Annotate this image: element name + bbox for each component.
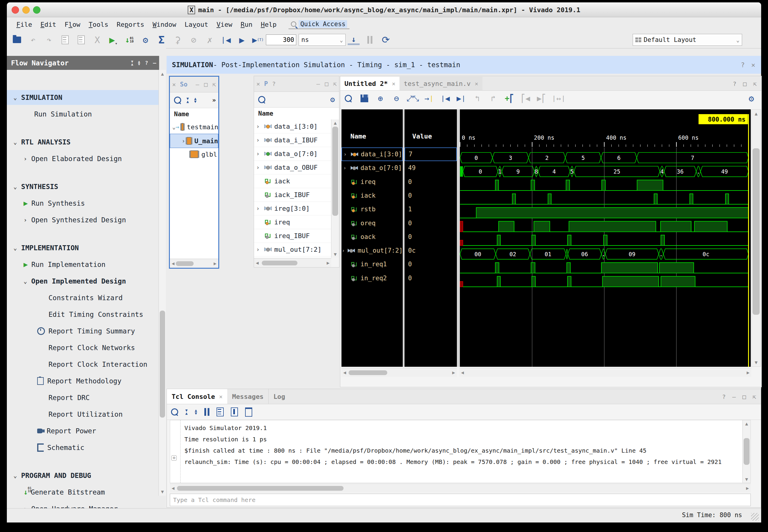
tcl-hscrollbar[interactable]: ◀▶ [170,484,751,492]
cut-button[interactable]: X [91,34,103,46]
swap-right-button[interactable]: ↱ [487,92,499,104]
wave-signal-value[interactable]: 0 [405,257,457,271]
next-marker-button[interactable]: ▶⎡ [536,92,547,104]
objects-tab-label[interactable]: P [264,80,268,87]
flow-item-run-synthesis[interactable]: ▶Run Synthesis [7,196,176,211]
zoom-out-button[interactable]: ⊖ [391,92,402,104]
next-transition-button[interactable]: ▶❘ [455,92,467,104]
save-button[interactable] [358,92,370,104]
sigma-report-button[interactable]: Σ [155,34,167,46]
help-icon[interactable]: ? [272,80,276,87]
close-icon[interactable]: ✕ [172,81,176,88]
search-icon[interactable] [174,97,181,104]
flow-item-open-synthesized-design[interactable]: ›Open Synthesized Design [7,213,176,227]
menu-edit[interactable]: Edit [36,21,60,28]
wave-signal-name[interactable]: ireq [342,175,403,189]
object-item[interactable]: oack [254,256,331,258]
menu-tools[interactable]: Tools [84,21,112,28]
wave-signal-name[interactable]: ›data_i[3:0] [342,147,403,161]
help-icon[interactable]: ? [722,393,726,400]
run-time-input[interactable] [266,34,296,45]
step-button[interactable]: ↓0110 [123,34,135,46]
object-item[interactable]: ›data_i_IBUF [254,133,331,147]
float-icon[interactable]: ⇱ [753,393,756,400]
search-button[interactable] [342,92,354,104]
flow-item-constraints-wizard[interactable]: Constraints Wizard [7,290,201,305]
maximize-icon[interactable]: □ [743,80,747,87]
impl-disabled-button[interactable]: ✗ [204,34,216,46]
scope-item-testmain[interactable]: ⌄⇒testmain [170,120,218,134]
flow-item-report-clock-interaction[interactable]: Report Clock Interaction [7,357,201,372]
object-item[interactable]: iack [254,174,331,188]
zoom-fit-button[interactable]: ⤢⤡ [407,92,419,104]
quick-access-search[interactable]: Quick Access [289,20,350,29]
object-item[interactable]: iack_IBUF [254,188,331,202]
object-item[interactable]: ›data_o_OBUF [254,160,331,174]
step-time-button[interactable]: ↓ [348,35,360,45]
float-icon[interactable]: ⇱ [753,80,757,87]
minimize-icon[interactable]: — [153,60,156,66]
relaunch-button[interactable]: ⟳ [380,34,392,46]
previous-transition-button[interactable]: ❘◀ [439,92,451,104]
help-icon[interactable]: ? [741,61,745,69]
object-item[interactable]: ›data_o[7:0] [254,147,331,161]
wave-signal-name[interactable]: in_req1 [342,257,403,271]
swap-left-button[interactable]: ↰ [471,92,483,104]
tcl-output[interactable]: ⊖ Vivado Simulator 2019.1Time resolution… [170,420,751,483]
flow-item-synthesis[interactable]: ⌄SYNTHESIS [7,179,166,194]
flow-item-run-implementation[interactable]: ▶Run Implementation [7,257,176,272]
collapse-all-icon[interactable]: ▼▲ [185,409,188,415]
menu-help[interactable]: Help [257,21,281,28]
resize-grip[interactable] [751,513,759,521]
settings-button[interactable]: ⚙ [139,34,151,46]
menu-run[interactable]: Run [237,21,257,28]
wave-signal-name[interactable]: oack [342,230,403,244]
queue-icon[interactable] [231,407,238,416]
layout-select[interactable]: Default Layout ⌄ [633,34,742,46]
close-icon[interactable]: ✕ [257,80,260,87]
float-icon[interactable]: ⇱ [333,80,337,87]
wave-signal-value[interactable]: 7 [405,147,457,161]
name-hscrollbar[interactable]: ◀▶ [342,368,457,377]
flow-item-simulation[interactable]: ⌄SIMULATION [7,90,166,105]
value-column-header[interactable]: Value [412,133,432,144]
wave-signal-value[interactable]: 1 [405,202,457,216]
pause-button[interactable] [364,34,376,46]
wave-vscrollbar[interactable]: ▲ ▼ [751,109,761,367]
go-to-time-button[interactable]: →❘ [423,92,435,104]
close-icon[interactable]: ✕ [219,393,223,400]
search-icon[interactable] [258,96,265,103]
undo-button[interactable]: ↶ [27,34,39,46]
maximize-icon[interactable]: □ [742,393,746,400]
flow-navigator-scrollbar[interactable]: ▲ ▼ [158,70,166,496]
object-item[interactable]: ›ireg[3:0] [254,202,331,215]
copy-button[interactable] [59,34,71,46]
wave-settings-button[interactable]: ⚙ [745,92,757,104]
object-item[interactable]: ›mul_out[7:2] [254,243,331,256]
run-for-time-button[interactable]: ▶(T) [252,34,264,46]
paste-button[interactable] [75,34,87,46]
synth-disabled-button[interactable]: ⊘ [188,34,200,46]
maximize-icon[interactable]: □ [325,80,328,87]
expand-all-icon[interactable]: ▲▼ [195,409,197,415]
wave-signal-value[interactable]: 0 [405,216,457,230]
menu-file[interactable]: File [12,21,36,28]
wave-signal-name[interactable]: in_req2 [342,271,403,285]
span-markers-button[interactable]: ❘↔❘ [552,92,566,104]
tab-log[interactable]: Log [268,389,290,404]
expand-all-icon[interactable]: ▲▼ [138,60,140,66]
minimize-icon[interactable]: — [196,81,199,88]
minimize-icon[interactable]: — [317,80,320,87]
flow-item-edit-timing-constraints[interactable]: Edit Timing Constraints [7,307,201,322]
close-icon[interactable]: ✕ [475,80,478,87]
scope-item-U_main[interactable]: ›U_main [170,134,218,148]
add-marker-button[interactable]: +⎡ [503,92,515,104]
flow-item-report-clock-networks[interactable]: Report Clock Networks [7,340,201,355]
redo-button[interactable]: ↷ [43,34,55,46]
wave-signal-name[interactable]: rstb [342,202,403,216]
collapse-block-icon[interactable]: ⊖ [171,455,177,461]
tcl-vscrollbar[interactable]: ▲ ▼ [742,420,750,483]
expand-all-icon[interactable]: ▲▼ [194,97,197,103]
objects-hscrollbar[interactable]: ◀▶ [254,258,331,267]
scope-item-glbl[interactable]: glbl [170,147,218,161]
